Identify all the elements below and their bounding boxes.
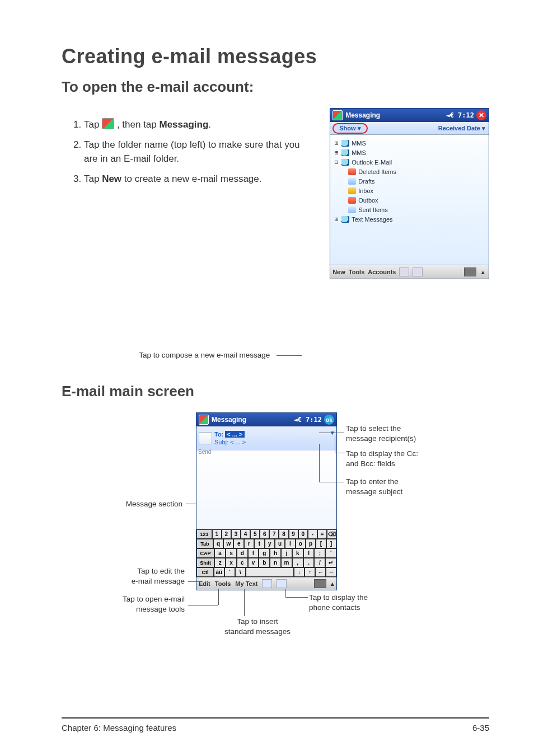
toolbar-icon[interactable] — [399, 267, 409, 276]
new-button[interactable]: New — [332, 269, 345, 275]
keyboard-key[interactable]: , — [292, 558, 303, 567]
toolbar-icon[interactable] — [413, 267, 423, 276]
keyboard-key[interactable]: ↵ — [325, 558, 336, 567]
tree-item-outbox[interactable]: Outbox — [334, 195, 485, 205]
tree-label: Outbox — [358, 197, 378, 204]
tree-item-mms2[interactable]: ⊞MMS — [334, 148, 485, 157]
ann-display-contacts: Tap to display the phone contacts — [309, 593, 368, 613]
keyboard-key[interactable]: [ — [316, 539, 326, 548]
keyboard-key[interactable]: q — [213, 539, 223, 548]
keyboard-key[interactable]: y — [265, 539, 275, 548]
ann-insert-standard: Tap to insert standard messages — [218, 617, 297, 637]
keyboard-key[interactable]: ← — [315, 567, 326, 577]
keyboard-key[interactable]: → — [326, 567, 336, 577]
keyboard-key[interactable]: r — [244, 539, 254, 548]
keyboard-key[interactable]: s — [226, 548, 237, 558]
keyboard-key[interactable]: j — [281, 548, 292, 558]
keyboard-key[interactable]: ` — [224, 567, 235, 577]
inbox-icon — [348, 187, 356, 194]
keyboard-key[interactable] — [246, 567, 294, 577]
keyboard-key[interactable]: ↑ — [305, 567, 315, 577]
keyboard-key[interactable]: 2 — [222, 529, 231, 539]
subject-field[interactable]: Subj: < ... > — [214, 439, 246, 445]
tree-item-inbox[interactable]: Inbox — [334, 186, 485, 195]
tree-item-outlook[interactable]: ⊟Outlook E-Mail — [334, 157, 485, 167]
keyboard-key[interactable]: g — [259, 548, 270, 558]
keyboard-key[interactable]: ] — [326, 539, 336, 548]
tree-item-sent[interactable]: Sent Items — [334, 205, 485, 214]
tools-menu[interactable]: Tools — [349, 269, 365, 275]
keyboard-key[interactable]: n — [270, 558, 281, 567]
keyboard-key[interactable]: áü — [214, 567, 224, 577]
to-field[interactable]: To: < ... > — [214, 431, 246, 438]
send-envelope-icon[interactable] — [199, 432, 212, 444]
keyboard-key[interactable]: 8 — [279, 529, 288, 539]
tools-menu[interactable]: Tools — [215, 580, 231, 587]
keyboard-key[interactable]: . — [303, 558, 315, 567]
keyboard-key[interactable]: Shift — [196, 558, 214, 567]
keyboard-key[interactable]: CAP — [196, 548, 214, 558]
keyboard-key[interactable]: o — [296, 539, 306, 548]
keyboard-key[interactable]: ; — [314, 548, 325, 558]
onscreen-keyboard[interactable]: 1231234567890-=⌫ Tabqwertyuiop[] CAPasdf… — [196, 529, 336, 577]
step-3-text-a: Tap — [84, 173, 102, 184]
keyboard-key[interactable]: = — [317, 529, 327, 539]
keyboard-key[interactable]: d — [237, 548, 248, 558]
close-icon[interactable]: ✕ — [476, 110, 486, 120]
keyboard-key[interactable]: \ — [235, 567, 246, 577]
keyboard-key[interactable]: a — [214, 548, 226, 558]
keyboard-key[interactable]: i — [285, 539, 295, 548]
keyboard-key[interactable]: ' — [325, 548, 336, 558]
keyboard-key[interactable]: 0 — [298, 529, 308, 539]
app-title: Messaging — [345, 111, 380, 119]
keyboard-key[interactable]: x — [226, 558, 237, 567]
keyboard-key[interactable]: k — [292, 548, 303, 558]
expand-up-icon[interactable]: ▴ — [480, 269, 486, 276]
keyboard-key[interactable]: ⌫ — [327, 529, 336, 539]
ok-button[interactable]: ok — [324, 415, 334, 425]
keyboard-key[interactable]: l — [303, 548, 315, 558]
keyboard-key[interactable]: Tab — [196, 539, 213, 548]
keyboard-key[interactable]: z — [214, 558, 226, 567]
accounts-menu[interactable]: Accounts — [368, 269, 396, 275]
edit-menu[interactable]: Edit — [199, 580, 210, 587]
keyboard-key[interactable]: 3 — [231, 529, 241, 539]
keyboard-key[interactable]: m — [281, 558, 292, 567]
toolbar-icon[interactable] — [277, 579, 287, 588]
keyboard-icon[interactable] — [464, 267, 476, 276]
keyboard-key[interactable]: e — [233, 539, 243, 548]
keyboard-key[interactable]: w — [223, 539, 233, 548]
sort-received-date[interactable]: Received Date ▾ — [438, 125, 485, 132]
expand-up-icon[interactable]: ▴ — [331, 580, 334, 588]
keyboard-key[interactable]: 123 — [196, 529, 212, 539]
keyboard-key[interactable]: f — [248, 548, 259, 558]
keyboard-key[interactable]: 1 — [212, 529, 222, 539]
keyboard-key[interactable]: c — [237, 558, 248, 567]
tree-item-text-messages[interactable]: ⊞Text Messages — [334, 214, 485, 224]
keyboard-key[interactable]: v — [248, 558, 259, 567]
keyboard-key[interactable]: 4 — [241, 529, 250, 539]
my-text-menu[interactable]: My Text — [235, 580, 257, 587]
keyboard-key[interactable]: 9 — [289, 529, 298, 539]
tree-item-drafts[interactable]: Drafts — [334, 176, 485, 186]
section-heading-1: To open the e-mail account: — [62, 78, 489, 96]
keyboard-key[interactable]: ↓ — [294, 567, 305, 577]
keyboard-key[interactable]: b — [259, 558, 270, 567]
keyboard-key[interactable]: 6 — [260, 529, 269, 539]
tree-item-mms[interactable]: ⊞MMS — [334, 138, 485, 148]
keyboard-key[interactable]: h — [270, 548, 281, 558]
keyboard-key[interactable]: 5 — [250, 529, 260, 539]
keyboard-icon[interactable] — [314, 579, 326, 588]
keyboard-key[interactable]: u — [275, 539, 285, 548]
keyboard-key[interactable]: 7 — [269, 529, 279, 539]
tree-item-deleted[interactable]: Deleted Items — [334, 167, 485, 176]
keyboard-key[interactable]: p — [306, 539, 316, 548]
show-folder-dropdown[interactable]: Show ▾ — [332, 123, 367, 134]
keyboard-key[interactable]: Ctl — [196, 567, 214, 577]
keyboard-key[interactable]: t — [254, 539, 264, 548]
step-1-text-c: . — [208, 119, 211, 130]
keyboard-key[interactable]: - — [308, 529, 317, 539]
message-body-area[interactable] — [196, 450, 336, 529]
contacts-icon[interactable] — [262, 579, 272, 588]
keyboard-key[interactable]: / — [314, 558, 325, 567]
